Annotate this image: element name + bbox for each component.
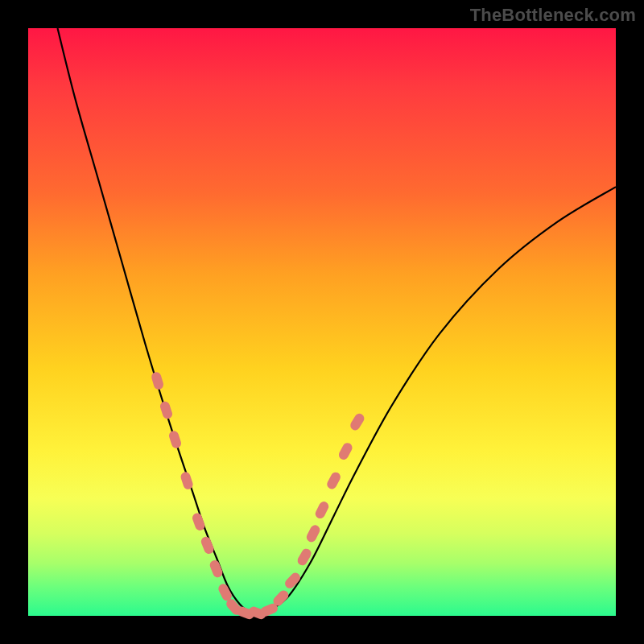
marker-bead	[191, 512, 206, 532]
chart-frame: TheBottleneck.com	[0, 0, 644, 644]
marker-bead	[159, 400, 173, 420]
marker-bead	[314, 500, 331, 520]
bottleneck-curve	[58, 28, 617, 614]
curve-layer	[28, 28, 616, 616]
marker-group	[151, 371, 366, 621]
marker-bead	[325, 471, 342, 491]
marker-bead	[200, 535, 215, 555]
marker-bead	[349, 412, 366, 432]
marker-bead	[337, 441, 354, 461]
watermark-text: TheBottleneck.com	[470, 5, 636, 26]
marker-bead	[167, 430, 182, 450]
plot-area	[28, 28, 616, 616]
marker-bead	[151, 371, 165, 391]
marker-bead	[305, 523, 322, 543]
marker-bead	[208, 559, 224, 579]
